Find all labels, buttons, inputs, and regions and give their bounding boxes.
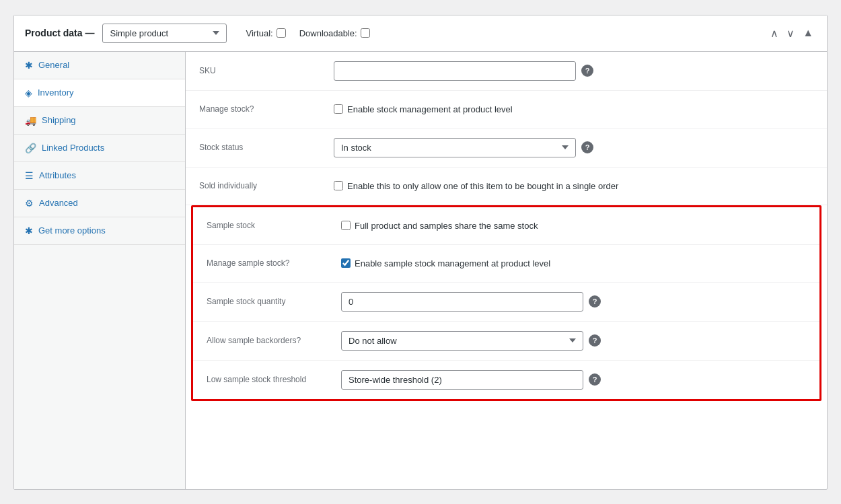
sample-stock-checkbox-label[interactable]: Full product and samples share the same … bbox=[341, 221, 538, 231]
manage-stock-checkbox-text: Enable stock management at product level bbox=[347, 104, 513, 114]
virtual-checkbox-label[interactable]: Virtual: bbox=[246, 28, 285, 38]
panel-body: ✱ General ◈ Inventory 🚚 Shipping 🔗 Linke… bbox=[14, 52, 827, 489]
manage-sample-stock-checkbox[interactable] bbox=[341, 258, 351, 268]
stock-status-select[interactable]: In stock Out of stock On backorder bbox=[334, 138, 576, 157]
virtual-label: Virtual: bbox=[246, 28, 272, 38]
sample-stock-quantity-row: Sample stock quantity ? bbox=[193, 283, 819, 322]
product-data-panel: Product data — Simple product Variable p… bbox=[13, 15, 828, 490]
sku-input[interactable] bbox=[334, 61, 576, 81]
sold-individually-row: Sold individually Enable this to only al… bbox=[186, 168, 827, 205]
allow-sample-backorders-row: Allow sample backorders? Do not allow Al… bbox=[193, 322, 819, 361]
linked-products-icon: 🔗 bbox=[25, 143, 36, 153]
sold-individually-label: Sold individually bbox=[199, 181, 334, 190]
manage-stock-row: Manage stock? Enable stock management at… bbox=[186, 91, 827, 129]
header-checkboxes: Virtual: Downloadable: bbox=[246, 28, 369, 38]
sold-individually-checkbox-text: Enable this to only allow one of this it… bbox=[347, 181, 618, 191]
attributes-icon: ☰ bbox=[25, 170, 34, 181]
manage-sample-stock-checkbox-text: Enable sample stock management at produc… bbox=[355, 258, 550, 268]
get-more-options-icon: ✱ bbox=[25, 225, 33, 236]
sidebar-item-attributes[interactable]: ☰ Attributes bbox=[14, 162, 185, 190]
low-sample-stock-threshold-control: ? bbox=[341, 370, 806, 390]
sample-stock-quantity-input[interactable] bbox=[341, 292, 583, 312]
stock-status-row: Stock status In stock Out of stock On ba… bbox=[186, 129, 827, 168]
manage-sample-stock-checkbox-label[interactable]: Enable sample stock management at produc… bbox=[341, 258, 550, 268]
sidebar-item-inventory[interactable]: ◈ Inventory bbox=[14, 79, 185, 107]
sold-individually-checkbox[interactable] bbox=[334, 181, 343, 190]
sku-control: ? bbox=[334, 61, 813, 81]
allow-sample-backorders-select[interactable]: Do not allow Allow, but notify customer … bbox=[341, 331, 583, 351]
virtual-checkbox[interactable] bbox=[277, 28, 286, 38]
downloadable-checkbox[interactable] bbox=[361, 28, 370, 38]
general-icon: ✱ bbox=[25, 60, 33, 71]
sidebar: ✱ General ◈ Inventory 🚚 Shipping 🔗 Linke… bbox=[14, 52, 186, 489]
sidebar-item-get-more-options[interactable]: ✱ Get more options bbox=[14, 217, 185, 245]
sidebar-item-shipping-label: Shipping bbox=[42, 115, 76, 125]
product-type-select[interactable]: Simple product Variable product Grouped … bbox=[102, 24, 227, 43]
manage-stock-checkbox-label[interactable]: Enable stock management at product level bbox=[334, 104, 513, 114]
sample-stock-label: Sample stock bbox=[207, 221, 341, 230]
panel-header: Product data — Simple product Variable p… bbox=[14, 15, 827, 52]
sidebar-item-attributes-label: Attributes bbox=[39, 170, 76, 180]
sold-individually-control: Enable this to only allow one of this it… bbox=[334, 181, 813, 191]
panel-title: Product data — bbox=[25, 28, 94, 38]
sidebar-item-linked-label: Linked Products bbox=[42, 143, 104, 153]
allow-sample-backorders-help-icon[interactable]: ? bbox=[589, 334, 601, 347]
sidebar-item-advanced-label: Advanced bbox=[39, 198, 78, 208]
sidebar-item-linked-products[interactable]: 🔗 Linked Products bbox=[14, 135, 185, 162]
sample-stock-quantity-control: ? bbox=[341, 292, 806, 312]
low-sample-stock-threshold-help-icon[interactable]: ? bbox=[589, 373, 601, 386]
manage-stock-label: Manage stock? bbox=[199, 104, 334, 114]
stock-status-control: In stock Out of stock On backorder ? bbox=[334, 138, 813, 157]
highlight-box: Sample stock Full product and samples sh… bbox=[191, 205, 821, 401]
manage-stock-checkbox[interactable] bbox=[334, 104, 343, 114]
manage-sample-stock-row: Manage sample stock? Enable sample stock… bbox=[193, 245, 819, 283]
stock-status-label: Stock status bbox=[199, 143, 334, 152]
sample-stock-row: Sample stock Full product and samples sh… bbox=[193, 207, 819, 245]
sold-individually-checkbox-label[interactable]: Enable this to only allow one of this it… bbox=[334, 181, 618, 191]
shipping-icon: 🚚 bbox=[25, 115, 36, 126]
advanced-icon: ⚙ bbox=[25, 198, 34, 209]
manage-sample-stock-control: Enable sample stock management at produc… bbox=[341, 258, 806, 268]
sidebar-item-get-more-options-label: Get more options bbox=[38, 225, 106, 236]
sample-stock-checkbox-text: Full product and samples share the same … bbox=[355, 221, 538, 231]
low-sample-stock-threshold-input[interactable] bbox=[341, 370, 583, 390]
low-sample-stock-threshold-label: Low sample stock threshold bbox=[207, 375, 341, 384]
sidebar-item-inventory-label: Inventory bbox=[38, 87, 73, 98]
sku-row: SKU ? bbox=[186, 52, 827, 91]
sidebar-item-shipping[interactable]: 🚚 Shipping bbox=[14, 107, 185, 135]
expand-button[interactable]: ▲ bbox=[800, 26, 816, 41]
inventory-icon: ◈ bbox=[25, 87, 32, 98]
downloadable-checkbox-label[interactable]: Downloadable: bbox=[299, 28, 370, 38]
manage-stock-control: Enable stock management at product level bbox=[334, 104, 813, 114]
low-sample-stock-threshold-row: Low sample stock threshold ? bbox=[193, 361, 819, 399]
sku-help-icon[interactable]: ? bbox=[581, 65, 593, 77]
stock-status-help-icon[interactable]: ? bbox=[581, 141, 593, 153]
sample-stock-checkbox[interactable] bbox=[341, 221, 351, 230]
main-content: SKU ? Manage stock? Enable stock managem… bbox=[186, 52, 827, 489]
collapse-down-button[interactable]: ∨ bbox=[784, 26, 797, 41]
allow-sample-backorders-control: Do not allow Allow, but notify customer … bbox=[341, 331, 806, 351]
manage-sample-stock-label: Manage sample stock? bbox=[207, 258, 341, 268]
sample-stock-control: Full product and samples share the same … bbox=[341, 221, 806, 231]
downloadable-label: Downloadable: bbox=[299, 28, 357, 38]
allow-sample-backorders-label: Allow sample backorders? bbox=[207, 336, 341, 345]
sidebar-item-general[interactable]: ✱ General bbox=[14, 52, 185, 79]
collapse-up-button[interactable]: ∧ bbox=[768, 26, 781, 41]
sku-label: SKU bbox=[199, 66, 334, 75]
sidebar-item-general-label: General bbox=[38, 60, 69, 70]
sample-stock-quantity-label: Sample stock quantity bbox=[207, 297, 341, 306]
header-arrows: ∧ ∨ ▲ bbox=[768, 26, 816, 41]
sample-stock-quantity-help-icon[interactable]: ? bbox=[589, 295, 601, 308]
sidebar-item-advanced[interactable]: ⚙ Advanced bbox=[14, 190, 185, 217]
